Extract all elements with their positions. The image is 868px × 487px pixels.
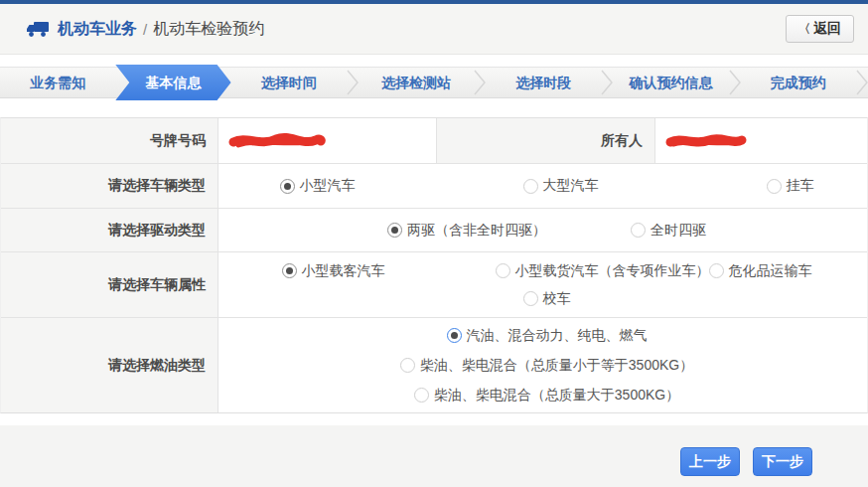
radio-option-label: 柴油、柴电混合（总质量大于3500KG） [434,387,679,405]
wizard-step-label: 完成预约 [771,75,826,90]
redaction-scribble [226,130,328,152]
radio-group: 两驱（含非全时四驱）全时四驱 [218,209,867,251]
radio-option-line: 汽油、混合动力、纯电、燃气 [447,321,648,351]
radio-unselected-icon [400,358,415,373]
step-separator-chevron-icon [729,70,741,95]
radio-unselected-icon [523,179,538,194]
radio-option-line: 小型汽车大型汽车挂车 [280,172,814,200]
form-row: 请选择车辆属性小型载客汽车小型载货汽车（含专项作业车）危化品运输车校车 [1,252,867,318]
footer-bar: 上一步 下一步 [0,425,868,487]
radio-unselected-icon [767,179,782,194]
wizard-step-1[interactable]: 业务需知 [0,67,115,98]
step-separator-chevron-icon [347,70,359,95]
radio-option-line: 两驱（含非全时四驱）全时四驱 [387,217,706,244]
radio-option[interactable]: 全时四驱 [631,222,706,240]
wizard-step-label: 选择时间 [261,75,317,90]
radio-option[interactable]: 挂车 [767,177,814,195]
form-row: 请选择驱动类型两驱（含非全时四驱）全时四驱 [1,209,867,252]
plate-number-value-redacted [218,118,437,163]
radio-option[interactable]: 汽油、混合动力、纯电、燃气 [447,327,648,345]
redaction-scribble [663,131,749,151]
form-row-label: 请选择燃油类型 [1,318,218,412]
radio-option-label: 危化品运输车 [729,262,812,280]
radio-option[interactable]: 小型汽车 [280,177,523,195]
wizard-step-label: 选择时段 [515,75,571,90]
wizard-step-label: 基本信息 [145,75,201,90]
back-button-label: 返回 [813,20,841,38]
wizard-stepper: 业务需知基本信息选择时间选择检测站选择时段确认预约信息完成预约 [0,67,868,98]
truck-icon [26,20,50,38]
radio-option-label: 小型载客汽车 [302,262,385,280]
radio-option-label: 大型汽车 [543,177,599,195]
radio-selected-icon [387,223,402,238]
radio-option-label: 两驱（含非全时四驱） [407,222,546,240]
radio-option-label: 小型载货汽车（含专项作业车） [515,262,710,280]
radio-option[interactable]: 柴油、柴电混合（总质量小于等于3500KG） [400,357,693,375]
radio-option-label: 柴油、柴电混合（总质量小于等于3500KG） [420,357,693,375]
radio-unselected-icon [496,263,510,278]
radio-option[interactable]: 小型载货汽车（含专项作业车） [496,262,709,280]
radio-option-label: 汽油、混合动力、纯电、燃气 [467,327,648,345]
wizard-step-7[interactable]: 完成预约 [741,67,856,98]
form-row-label: 请选择驱动类型 [1,209,218,251]
radio-option-label: 校车 [543,290,571,308]
form-row-label: 请选择车辆类型 [1,164,218,208]
radio-selected-icon [280,179,295,194]
radio-option[interactable]: 校车 [523,290,571,308]
step-separator-chevron-icon [856,70,868,95]
radio-selected-icon [447,328,462,343]
radio-option-label: 全时四驱 [651,222,706,240]
radio-group: 小型载客汽车小型载货汽车（含专项作业车）危化品运输车校车 [218,252,867,317]
plate-number-label: 号牌号码 [1,118,218,163]
radio-option[interactable]: 两驱（含非全时四驱） [387,222,631,240]
radio-option-label: 挂车 [787,177,814,195]
breadcrumb-separator: / [143,21,147,38]
radio-group: 小型汽车大型汽车挂车 [218,164,867,208]
form-row-label: 请选择车辆属性 [1,252,218,317]
radio-unselected-icon [523,291,538,306]
appointment-form: 号牌号码 所有人 请选择车辆类型小型汽车大型汽车挂车请选择驱动类型两驱（含非全时… [0,117,868,413]
page: 机动车业务 / 机动车检验预约 〈 返回 业务需知基本信息选择时间选择检测站选择… [0,0,868,487]
radio-option[interactable]: 危化品运输车 [709,262,812,280]
form-row: 请选择车辆类型小型汽车大型汽车挂车 [1,164,867,209]
radio-unselected-icon [414,388,429,403]
breadcrumb-section[interactable]: 机动车业务 [58,19,137,40]
radio-selected-icon [282,263,297,278]
radio-option-line: 小型载客汽车小型载货汽车（含专项作业车）危化品运输车 [282,257,812,285]
header: 机动车业务 / 机动车检验预约 〈 返回 [0,4,868,55]
step-separator-chevron-icon [474,70,486,95]
owner-label: 所有人 [437,118,655,163]
wizard-step-3[interactable]: 选择时间 [231,67,347,98]
back-button[interactable]: 〈 返回 [786,15,854,43]
radio-group: 汽油、混合动力、纯电、燃气柴油、柴电混合（总质量小于等于3500KG）柴油、柴电… [218,318,867,412]
previous-step-button[interactable]: 上一步 [680,447,740,476]
wizard-step-2[interactable]: 基本信息 [115,65,230,100]
radio-option[interactable]: 小型载客汽车 [282,262,496,280]
wizard-step-6[interactable]: 确认预约信息 [613,67,728,98]
radio-option-line: 校车 [523,285,571,313]
form-row: 请选择燃油类型汽油、混合动力、纯电、燃气柴油、柴电混合（总质量小于等于3500K… [1,318,867,412]
radio-unselected-icon [631,223,646,238]
wizard-step-label: 选择检测站 [381,75,451,90]
breadcrumb-current-page: 机动车检验预约 [153,19,264,40]
radio-option[interactable]: 柴油、柴电混合（总质量大于3500KG） [414,387,679,405]
wizard-step-5[interactable]: 选择时段 [486,67,601,98]
wizard-step-label: 业务需知 [30,75,85,90]
radio-option-label: 小型汽车 [300,177,356,195]
wizard-step-label: 确认预约信息 [630,75,713,90]
radio-option[interactable]: 大型汽车 [523,177,767,195]
next-step-button[interactable]: 下一步 [753,447,812,476]
identity-row: 号牌号码 所有人 [1,118,867,164]
wizard-step-4[interactable]: 选择检测站 [359,67,474,98]
step-separator-chevron-icon [601,70,613,95]
radio-unselected-icon [709,263,724,278]
radio-option-line: 柴油、柴电混合（总质量小于等于3500KG） [400,351,693,381]
owner-value-redacted [655,118,867,163]
radio-option-line: 柴油、柴电混合（总质量大于3500KG） [414,381,679,410]
back-chevron-icon: 〈 [798,21,810,38]
